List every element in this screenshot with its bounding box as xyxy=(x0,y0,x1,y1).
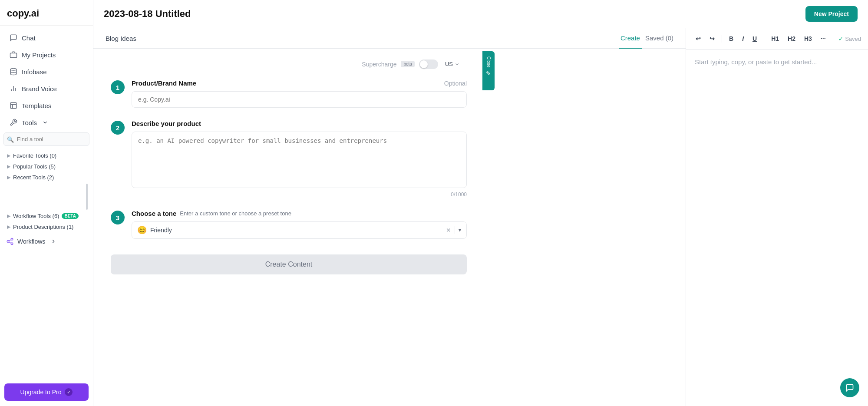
more-options-button[interactable]: ··· xyxy=(818,33,828,44)
tab-saved[interactable]: Saved (0) xyxy=(644,28,675,49)
optional-label: Optional xyxy=(444,80,467,87)
sidebar-item-my-projects[interactable]: My Projects xyxy=(3,46,90,63)
editor-toolbar: ↩ ↪ B I U H1 H2 H3 ··· ✓ Saved xyxy=(686,28,868,50)
supercharge-bar: Supercharge beta US Close ✎ xyxy=(111,59,467,69)
step-2-content: Describe your product 0/1000 xyxy=(132,120,467,198)
sidebar-footer: Upgrade to Pro ✓ xyxy=(0,378,93,406)
svg-line-12 xyxy=(9,240,11,241)
search-tool-input[interactable] xyxy=(3,132,89,146)
sidebar-item-templates[interactable]: Templates xyxy=(3,97,90,114)
upgrade-label: Upgrade to Pro xyxy=(20,389,62,396)
sidebar-item-tools-label: Tools xyxy=(22,119,37,126)
beta-badge: BETA xyxy=(62,213,78,219)
h1-button[interactable]: H1 xyxy=(769,33,782,44)
tools-chevron-icon xyxy=(42,119,48,125)
saved-label: Saved xyxy=(845,36,861,42)
chat-float-icon xyxy=(845,383,854,392)
product-descriptions-label: Product Descriptions (1) xyxy=(13,224,73,230)
project-title: 2023-08-18 Untitled xyxy=(104,8,191,20)
editor-placeholder: Start typing, copy, or paste to get star… xyxy=(695,58,817,66)
main-area: 2023-08-18 Untitled New Project Blog Ide… xyxy=(93,0,868,406)
svg-point-1 xyxy=(10,69,17,71)
sidebar-item-infobase[interactable]: Infobase xyxy=(3,63,90,80)
sidebar-item-brand-voice-label: Brand Voice xyxy=(22,85,57,92)
tone-sublabel: Enter a custom tone or choose a preset t… xyxy=(180,210,291,217)
step-1-content: Product/Brand Name Optional xyxy=(132,79,467,108)
svg-point-9 xyxy=(7,241,9,243)
language-selector[interactable]: US xyxy=(442,59,462,69)
chat-icon xyxy=(10,34,17,42)
lang-chevron-icon xyxy=(455,62,460,67)
supercharge-toggle[interactable] xyxy=(419,59,438,69)
sidebar-item-my-projects-label: My Projects xyxy=(22,51,56,59)
new-project-button[interactable]: New Project xyxy=(805,6,858,22)
lang-value: US xyxy=(445,61,453,67)
supercharge-label: Supercharge xyxy=(362,61,396,68)
step-2-label: Describe your product xyxy=(132,120,467,127)
favorite-tools-label: Favorite Tools (0) xyxy=(13,152,56,159)
tone-selector[interactable]: 😊 Friendly ✕ ▾ xyxy=(132,221,467,239)
close-label: Close xyxy=(486,56,491,68)
separator xyxy=(455,226,455,234)
toolbar-separator-2 xyxy=(764,35,764,43)
redo-button[interactable]: ↪ xyxy=(707,33,717,44)
sidebar-item-chat-label: Chat xyxy=(22,34,36,42)
sidebar-item-chat[interactable]: Chat xyxy=(3,30,90,46)
saved-checkmark: ✓ xyxy=(838,36,843,42)
popular-tools-group[interactable]: ▶ Popular Tools (5) xyxy=(3,161,89,172)
editor-body[interactable]: Start typing, copy, or paste to get star… xyxy=(686,50,868,406)
chevron-icon: ▶ xyxy=(7,224,10,230)
bar-chart-icon xyxy=(10,85,17,92)
form-content: Supercharge beta US Close ✎ xyxy=(93,49,484,285)
floating-action-button[interactable] xyxy=(840,378,859,397)
svg-rect-0 xyxy=(10,53,17,58)
sidebar-item-tools[interactable]: Tools xyxy=(3,114,90,131)
workflow-tools-group[interactable]: ▶ Workflow Tools (6) BETA xyxy=(3,211,89,221)
content-area: Blog Ideas Create Saved (0) Supercharge … xyxy=(93,28,868,406)
bold-button[interactable]: B xyxy=(726,33,736,44)
checkmark-icon: ✓ xyxy=(65,388,73,396)
close-icon: ✎ xyxy=(486,70,491,77)
logo-text: copy.ai xyxy=(7,8,39,19)
toggle-knob xyxy=(420,60,428,68)
saved-status: ✓ Saved xyxy=(838,36,861,42)
step-2: 2 Describe your product 0/1000 xyxy=(111,120,467,198)
workflows-label: Workflows xyxy=(17,238,45,245)
chevron-icon: ▶ xyxy=(7,153,10,158)
recent-tools-group[interactable]: ▶ Recent Tools (2) xyxy=(3,172,89,183)
step-1: 1 Product/Brand Name Optional xyxy=(111,79,467,108)
h3-button[interactable]: H3 xyxy=(802,33,815,44)
create-content-button[interactable]: Create Content xyxy=(111,254,467,274)
product-brand-name-input[interactable] xyxy=(132,91,467,108)
workflows-icon xyxy=(6,238,14,245)
editor-panel: ↩ ↪ B I U H1 H2 H3 ··· ✓ Saved Start typ… xyxy=(686,28,868,406)
logo-area: copy.ai xyxy=(0,0,93,26)
h2-button[interactable]: H2 xyxy=(785,33,798,44)
close-panel-button[interactable]: Close ✎ xyxy=(482,51,495,90)
form-panel: Blog Ideas Create Saved (0) Supercharge … xyxy=(93,28,686,406)
search-icon: 🔍 xyxy=(7,136,14,142)
tool-groups: ▶ Favorite Tools (0) ▶ Popular Tools (5)… xyxy=(0,149,93,233)
underline-button[interactable]: U xyxy=(750,33,759,44)
step-3-number: 3 xyxy=(111,211,125,224)
char-count: 0/1000 xyxy=(132,191,467,198)
undo-button[interactable]: ↩ xyxy=(693,33,703,44)
sidebar-item-workflows[interactable]: Workflows xyxy=(0,233,93,250)
svg-point-8 xyxy=(11,238,13,241)
describe-product-textarea[interactable] xyxy=(132,132,467,188)
tone-clear-button[interactable]: ✕ xyxy=(446,227,451,234)
tone-chevron-icon[interactable]: ▾ xyxy=(459,227,461,233)
upgrade-to-pro-button[interactable]: Upgrade to Pro ✓ xyxy=(4,383,89,401)
product-descriptions-group[interactable]: ▶ Product Descriptions (1) xyxy=(3,221,89,232)
search-tool-wrap: 🔍 xyxy=(3,132,89,146)
tone-emoji: 😊 xyxy=(137,225,147,235)
tabs-bar: Blog Ideas Create Saved (0) xyxy=(93,28,686,49)
svg-rect-5 xyxy=(10,102,17,109)
sidebar-item-brand-voice[interactable]: Brand Voice xyxy=(3,80,90,97)
favorite-tools-group[interactable]: ▶ Favorite Tools (0) xyxy=(3,150,89,161)
chevron-icon: ▶ xyxy=(7,175,10,180)
logo: copy.ai xyxy=(7,8,86,19)
tab-create[interactable]: Create xyxy=(619,28,642,49)
italic-button[interactable]: I xyxy=(739,33,746,44)
scrollbar xyxy=(86,184,88,210)
